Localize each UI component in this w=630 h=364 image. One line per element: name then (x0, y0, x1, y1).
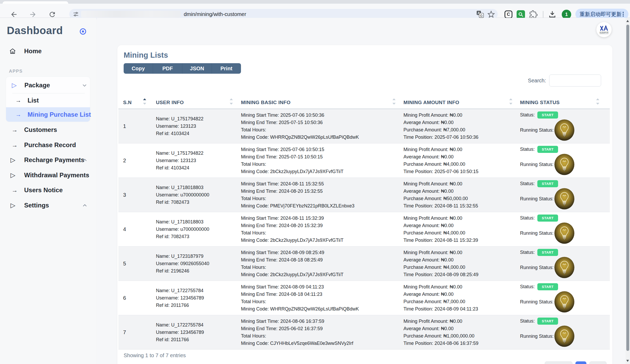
pdf-button[interactable]: PDF (153, 63, 182, 74)
user-info-line: Name: U_1718018803 (156, 185, 238, 190)
downloads-icon[interactable] (548, 10, 556, 19)
amount-info-line: Mining Profit Amount: ₦0.00 (403, 147, 518, 152)
start-status-badge[interactable]: START (537, 215, 558, 222)
status-label: Status: (520, 112, 535, 118)
start-status-badge[interactable]: START (537, 283, 558, 290)
basic-info-line: Mining Start Time: 2025-07-06 10:50:15 (241, 147, 401, 152)
sidebar-item-users-notice[interactable]: → Users Notice (0, 184, 97, 196)
status-line: Status:START (520, 146, 610, 153)
sidebar-item-home[interactable]: Home (0, 45, 97, 57)
running-status-bulb-icon[interactable] (554, 257, 575, 278)
bookmark-star-icon[interactable] (487, 10, 495, 18)
forward-icon[interactable] (29, 10, 37, 18)
running-status-bulb-icon[interactable] (554, 119, 575, 141)
reload-icon[interactable] (48, 10, 56, 18)
column-header-mining-basic-info[interactable]: MINING BASIC INFO (238, 97, 401, 109)
scrollbar-up-arrow-icon[interactable] (626, 20, 629, 22)
column-header-mining-amount-info[interactable]: MINING AMOUNT INFO (401, 97, 518, 109)
json-button[interactable]: JSON (182, 63, 212, 74)
cell-mining-basic-info: Mining Start Time: 2025-07-06 10:50:15Mi… (238, 143, 401, 178)
sidebar-collapse-icon[interactable] (79, 27, 87, 36)
column-header-mining-status[interactable]: MINING STATUS (518, 97, 610, 109)
running-status-bulb-icon[interactable] (554, 154, 575, 175)
table-row: 5Name: U_1723187979Username: 09026055040… (118, 247, 610, 281)
sidebar-item-mining-purchase-list[interactable]: → Mining Purchase List (6, 107, 90, 122)
amount-info-line: Average Amount: ₦0.00 (403, 189, 518, 194)
start-status-badge[interactable]: START (537, 146, 558, 153)
pagination-previous-button[interactable] (545, 361, 573, 364)
running-status-bulb-icon[interactable] (554, 188, 575, 210)
user-info-line: Name: U_1722755784 (156, 288, 238, 293)
running-status-label: Running Status: (520, 299, 554, 305)
pagination-next-button[interactable] (589, 361, 607, 364)
scrollbar-down-arrow-icon[interactable] (626, 360, 629, 362)
pagination-current-page-button[interactable] (575, 361, 586, 364)
back-icon[interactable] (10, 10, 18, 18)
basic-info-line: Mining Code: 2bCkz2luypyLDx7jA7Js9XFvfGT… (241, 238, 401, 243)
table-header: S.N USER INFO MINING BASIC INFO MINING A… (118, 97, 610, 109)
user-info-line: Ref id: 4103424 (156, 165, 238, 171)
extension-search-icon[interactable] (517, 10, 525, 19)
cell-mining-status: Status:STARTRunning Status: (518, 109, 610, 143)
sidebar-item-purchase-record[interactable]: → Purchase Record (0, 139, 97, 151)
cell-mining-basic-info: Mining Start Time: 2024-08-09 04:11:23Mi… (238, 281, 401, 315)
browser-tab[interactable] (3, 1, 68, 4)
chevron-up-icon (82, 157, 88, 163)
status-line: Status:START (520, 111, 610, 119)
start-status-badge[interactable]: START (537, 249, 558, 256)
basic-info-line: Mining Code: WHRRQpZN8l2QwW26pLsUfBaPiQB… (241, 135, 401, 140)
basic-info-line: Total Hours: (241, 299, 401, 304)
arrow-right-icon: → (12, 139, 18, 151)
entries-summary: Showing 1 to 7 of 7 entries (124, 352, 186, 358)
print-button[interactable]: Print (212, 63, 241, 74)
sidebar-title: Dashboard (7, 25, 63, 36)
start-status-badge[interactable]: START (537, 111, 558, 119)
scrollbar-thumb[interactable] (626, 25, 629, 351)
sort-icons[interactable] (230, 98, 233, 105)
start-status-badge[interactable]: START (537, 318, 558, 325)
user-info-line: Name: U_1723187979 (156, 254, 238, 259)
brand-avatar[interactable]: 优选源码库 (596, 22, 612, 37)
sidebar-item-label: Customers (24, 124, 57, 136)
sidebar-item-label: Settings (24, 199, 49, 211)
sidebar-item-label: Recharge Payments (24, 154, 84, 166)
running-status-bulb-icon[interactable] (554, 222, 575, 244)
translate-icon[interactable]: A G (476, 10, 484, 18)
column-header-user-info[interactable]: USER INFO (151, 97, 238, 109)
basic-info-line: Mining Code: PMEVj70FEYbzN221pRB0LXZLEnb… (241, 203, 401, 209)
cell-serial-number: 2 (118, 143, 151, 178)
amount-info-line: Time Position: 2025-07-06 10:50:15 (403, 169, 518, 174)
sidebar-item-withdrawal-payments[interactable]: ▷ Withdrawal Payments (0, 169, 97, 181)
user-info-line: Ref id: 7082473 (156, 234, 238, 239)
sort-icons[interactable] (509, 98, 512, 105)
sidebar-item-label: List (28, 95, 39, 106)
amount-info-line: Purchase Amount: ₦4,000.00 (403, 162, 518, 167)
basic-info-line: Mining End Time: 2025-06-02 16:37:59 (241, 326, 401, 331)
sidebar-item-customers[interactable]: → Customers (0, 124, 97, 136)
column-header-sn[interactable]: S.N (118, 97, 151, 109)
copy-button[interactable]: Copy (124, 63, 153, 74)
vertical-scrollbar[interactable] (626, 18, 630, 364)
search-input[interactable] (549, 74, 601, 87)
menu-kebab-icon[interactable] (623, 14, 624, 15)
start-status-badge[interactable]: START (537, 180, 558, 187)
sort-icons[interactable] (596, 98, 599, 105)
sidebar-item-label: Withdrawal Payments (24, 169, 89, 181)
running-status-bulb-icon[interactable] (554, 291, 575, 313)
sidebar-item-recharge-payments[interactable]: ▷ Recharge Payments (0, 154, 97, 166)
sort-icons[interactable] (143, 98, 146, 105)
site-settings-icon[interactable] (73, 11, 79, 17)
arrow-right-icon: → (12, 124, 18, 136)
running-status-line: Running Status: (520, 291, 610, 313)
user-info-line: Name: U_1722755784 (156, 322, 238, 328)
table-row: 2Name: U_1751794822Username: 123123Ref i… (118, 143, 610, 178)
extension-c-icon[interactable]: C (505, 10, 512, 18)
running-status-bulb-icon[interactable] (554, 325, 575, 347)
running-status-line: Running Status: (520, 257, 610, 278)
extensions-puzzle-icon[interactable] (529, 10, 538, 19)
sort-icons[interactable] (392, 98, 396, 105)
sidebar-item-list[interactable]: → List (6, 95, 90, 106)
sidebar-item-package[interactable]: ▷ Package (6, 79, 90, 92)
sidebar-item-settings[interactable]: ▷ Settings (0, 199, 97, 211)
mining-lists-table: S.N USER INFO MINING BASIC INFO MINING A… (118, 97, 610, 350)
